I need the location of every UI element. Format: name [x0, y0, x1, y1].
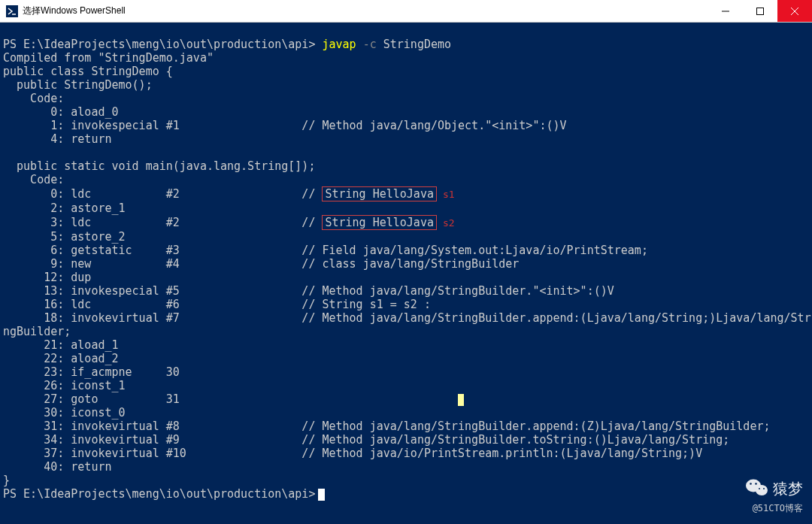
- svg-point-6: [756, 485, 768, 495]
- svg-rect-2: [757, 8, 764, 14]
- titlebar[interactable]: 选择Windows PowerShell: [0, 0, 812, 23]
- bytecode-line: 0: aload_0: [3, 105, 119, 119]
- output-ctor-decl: public StringDemo();: [3, 78, 153, 92]
- bytecode-line: 40: return: [3, 460, 112, 474]
- svg-point-9: [759, 488, 760, 489]
- powershell-window: 选择Windows PowerShell PS E:\IdeaProjects\…: [0, 0, 812, 524]
- wechat-icon: [746, 477, 768, 501]
- bytecode-line: 1: invokespecial #1 // Method java/lang/…: [3, 119, 567, 132]
- bytecode-line: 22: aload_2: [3, 352, 119, 365]
- bytecode-line: 23: if_acmpne 30: [3, 365, 180, 379]
- command-name: javap: [322, 38, 356, 51]
- bytecode-line: 18: invokevirtual #7 // Method java/lang…: [3, 311, 812, 325]
- close-button[interactable]: [777, 0, 812, 22]
- window-title: 选择Windows PowerShell: [23, 5, 708, 17]
- bytecode-line: 6: getstatic #3 // Field java/lang/Syste…: [3, 244, 648, 257]
- prompt-path: PS E:\IdeaProjects\meng\io\out\productio…: [3, 487, 315, 501]
- annotation-s2: s2: [443, 217, 455, 229]
- bytecode-line: 0: ldc #2 //: [3, 187, 322, 201]
- output-class-decl: public class StringDemo {: [3, 65, 173, 78]
- bytecode-line: 13: invokespecial #5 // Method java/lang…: [3, 284, 614, 298]
- bytecode-line: 27: goto 31: [3, 392, 180, 406]
- window-controls: [708, 0, 812, 22]
- cursor-selection: [458, 394, 464, 406]
- output-code-label: Code:: [3, 92, 64, 105]
- bytecode-line: 30: iconst_0: [3, 406, 126, 420]
- command-flag: -c: [363, 38, 377, 51]
- cursor: [318, 489, 325, 501]
- bytecode-line: 5: astore_2: [3, 230, 126, 244]
- bytecode-line: 26: iconst_1: [3, 379, 126, 392]
- annotation-s1: s1: [443, 189, 455, 200]
- bytecode-line: 21: aload_1: [3, 338, 119, 352]
- bytecode-line: 34: invokevirtual #9 // Method java/lang…: [3, 433, 729, 447]
- watermark: 猿梦 @51CTO博客: [746, 477, 803, 515]
- bytecode-line: 31: invokevirtual #8 // Method java/lang…: [3, 420, 770, 433]
- highlighted-string-1: String HelloJava: [322, 186, 437, 201]
- bytecode-line: 4: return: [3, 132, 112, 146]
- maximize-button[interactable]: [743, 0, 777, 22]
- powershell-icon: [6, 5, 18, 17]
- output-close-brace: }: [3, 474, 10, 487]
- svg-point-10: [763, 488, 765, 489]
- command-arg: StringDemo: [383, 38, 451, 51]
- bytecode-line: 16: ldc #6 // String s1 = s2 :: [3, 298, 431, 311]
- output-compiled-from: Compiled from "StringDemo.java": [3, 51, 214, 65]
- highlighted-string-2: String HelloJava: [322, 215, 437, 230]
- bytecode-line: 37: invokevirtual #10 // Method java/io/…: [3, 447, 702, 460]
- prompt-path: PS E:\IdeaProjects\meng\io\out\productio…: [3, 38, 315, 51]
- bytecode-line: 2: astore_1: [3, 201, 126, 215]
- terminal-area[interactable]: PS E:\IdeaProjects\meng\io\out\productio…: [0, 23, 812, 524]
- bytecode-line: 9: new #4 // class java/lang/StringBuild…: [3, 257, 519, 271]
- output-code-label: Code:: [3, 173, 64, 186]
- bytecode-line-wrap: ngBuilder;: [3, 325, 71, 338]
- svg-point-7: [750, 483, 752, 485]
- minimize-button[interactable]: [708, 0, 743, 22]
- bytecode-line: 3: ldc #2 //: [3, 216, 322, 229]
- watermark-name: 猿梦: [773, 479, 803, 499]
- watermark-attribution: @51CTO博客: [753, 502, 803, 515]
- bytecode-line: 12: dup: [3, 271, 91, 284]
- output-main-decl: public static void main(java.lang.String…: [3, 159, 315, 173]
- svg-point-8: [755, 483, 757, 485]
